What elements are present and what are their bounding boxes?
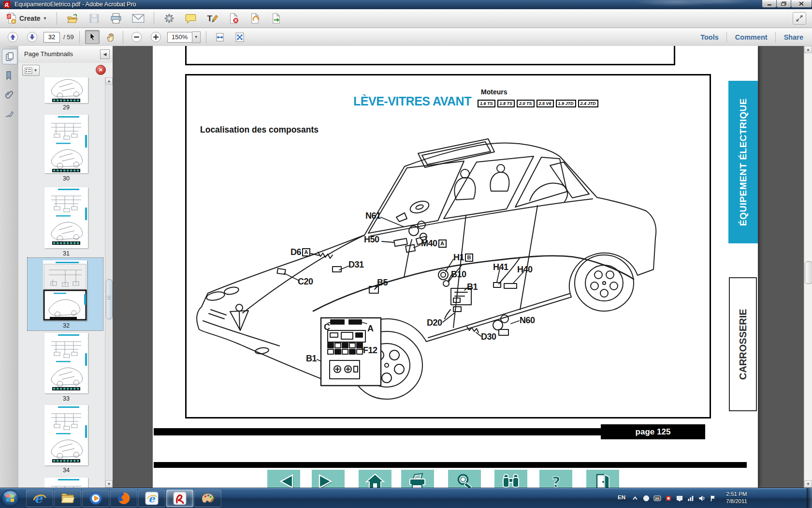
tools-button[interactable]: Tools xyxy=(700,33,719,41)
component-label: C20 xyxy=(298,277,313,287)
nav-print-button[interactable] xyxy=(401,470,434,488)
previous-page-button[interactable] xyxy=(5,30,21,45)
taskbar-paint-button[interactable] xyxy=(194,490,221,507)
scrollbar-thumb[interactable] xyxy=(805,261,812,284)
component-label: A xyxy=(367,324,374,334)
page-thumbnail-label: 29 xyxy=(40,104,93,111)
taskbar-media-player-button[interactable] xyxy=(82,490,109,507)
svg-text:T: T xyxy=(207,14,212,23)
page-thumbnail[interactable] xyxy=(44,405,88,465)
page-number-input[interactable] xyxy=(44,32,60,43)
convert-document-button[interactable] xyxy=(247,11,263,26)
settings-gear-button[interactable] xyxy=(161,11,177,26)
bookmarks-panel-button[interactable] xyxy=(2,68,16,83)
start-button[interactable] xyxy=(1,489,19,508)
scrolling-mode-button[interactable] xyxy=(212,30,228,45)
component-label: F12 xyxy=(363,345,377,356)
taskbar-windows-explorer-button[interactable] xyxy=(54,490,81,507)
bluetooth-icon[interactable] xyxy=(642,494,650,502)
zoom-dropdown-button[interactable]: ▼ xyxy=(192,31,201,43)
close-button[interactable] xyxy=(791,0,812,8)
page-thumbnail[interactable] xyxy=(44,333,88,393)
navigation-panel-strip xyxy=(0,46,19,488)
comment-button[interactable]: Comment xyxy=(735,33,768,41)
page-thumbnail[interactable] xyxy=(44,478,88,488)
open-file-button[interactable] xyxy=(64,11,81,26)
export-document-button[interactable] xyxy=(268,11,285,26)
delete-document-button[interactable] xyxy=(226,11,242,26)
clock-date: 7/8/2011 xyxy=(718,498,755,505)
page-thumbnail-image[interactable] xyxy=(43,260,87,321)
taskbar-firefox-button[interactable] xyxy=(110,490,137,507)
modem-3g-icon[interactable]: 3G xyxy=(653,494,661,502)
zoom-out-button[interactable] xyxy=(129,30,145,45)
document-scrollbar[interactable]: ▲ ▼ xyxy=(804,46,812,488)
create-document-icon xyxy=(6,13,17,24)
share-button[interactable]: Share xyxy=(784,33,803,41)
scroll-up-icon[interactable]: ▲ xyxy=(804,46,812,53)
sidebar-scrollbar[interactable]: ▲ ▼ xyxy=(105,77,113,488)
zoom-value[interactable]: 150% xyxy=(167,32,192,43)
nav-back-button[interactable] xyxy=(267,470,300,488)
svg-text:e: e xyxy=(148,493,156,505)
highlight-text-button[interactable]: T xyxy=(204,11,221,26)
taskbar-internet-explorer-alt-button[interactable]: e xyxy=(138,490,165,507)
page-thumbnail[interactable] xyxy=(44,77,88,103)
nav-help-button[interactable]: ? xyxy=(539,470,572,488)
restore-button[interactable] xyxy=(776,0,791,8)
component-label: N60 xyxy=(520,315,535,326)
main-toolbar: Create ▼ T xyxy=(0,9,812,28)
page-thumbnail[interactable] xyxy=(44,187,88,248)
hand-tool-button[interactable] xyxy=(103,30,117,44)
scrollbar-thumb[interactable] xyxy=(106,279,113,319)
nav-binoculars-button[interactable] xyxy=(494,470,527,488)
fullscreen-toggle-button[interactable] xyxy=(793,12,806,25)
minimize-button[interactable] xyxy=(762,0,777,8)
language-indicator[interactable]: EN xyxy=(618,494,625,500)
signatures-panel-button[interactable] xyxy=(2,107,16,121)
display-icon[interactable] xyxy=(676,494,683,502)
nav-home-button[interactable] xyxy=(359,470,392,488)
action-center-flag-icon[interactable] xyxy=(709,494,717,502)
nav-forward-button[interactable] xyxy=(312,470,345,488)
scroll-down-icon[interactable]: ▼ xyxy=(105,480,113,488)
page-thumbnail-label: 33 xyxy=(40,395,93,402)
taskbar-clock[interactable]: 2:51 PM 7/8/2011 xyxy=(718,491,755,505)
page-number-badge: page 125 xyxy=(601,424,705,439)
scroll-down-icon[interactable]: ▼ xyxy=(804,480,812,488)
close-panel-button[interactable]: ✕ xyxy=(96,65,106,75)
component-label: M40A xyxy=(421,239,447,249)
print-button[interactable] xyxy=(107,11,125,26)
page-thumbnail-selected[interactable] xyxy=(28,258,103,330)
show-desktop-button[interactable] xyxy=(807,488,812,508)
security-icon[interactable] xyxy=(665,494,672,502)
pdf-page: LÈVE-VITRES AVANT Moteurs 1.6 TS1.8 TS2.… xyxy=(153,46,758,488)
page-thumbnail[interactable] xyxy=(44,115,88,173)
nav-search-button[interactable] xyxy=(448,470,481,488)
options-list-icon xyxy=(25,67,32,74)
window-title: EquipamentoEletrico.pdf - Adobe Acrobat … xyxy=(14,1,136,8)
taskbar-acrobat-button[interactable] xyxy=(166,490,193,507)
network-icon[interactable] xyxy=(687,494,695,502)
select-tool-button[interactable] xyxy=(85,30,100,44)
component-label: D6A xyxy=(290,247,310,257)
next-page-button[interactable] xyxy=(24,30,40,45)
create-button[interactable]: Create ▼ xyxy=(4,11,50,26)
zoom-in-button[interactable] xyxy=(148,30,164,45)
fit-page-button[interactable] xyxy=(232,30,248,45)
email-button[interactable] xyxy=(130,11,147,26)
options-menu-button[interactable]: ▼ xyxy=(22,65,40,76)
nav-exit-button[interactable] xyxy=(586,470,619,488)
attachments-panel-button[interactable] xyxy=(2,88,16,102)
collapse-panel-button[interactable]: ◀ xyxy=(100,49,110,59)
comment-bubble-button[interactable] xyxy=(182,11,199,26)
volume-icon[interactable] xyxy=(698,494,706,502)
taskbar-internet-explorer-button[interactable]: e xyxy=(26,490,53,507)
page-total-label: / 59 xyxy=(63,33,74,41)
page-thumbnails-panel-button[interactable] xyxy=(2,49,17,64)
attachments-icon xyxy=(4,90,14,100)
show-hidden-icons-icon[interactable] xyxy=(631,494,639,502)
save-button[interactable] xyxy=(86,11,102,26)
page-thumbnails-icon xyxy=(5,52,14,61)
scroll-up-icon[interactable]: ▲ xyxy=(105,77,113,85)
